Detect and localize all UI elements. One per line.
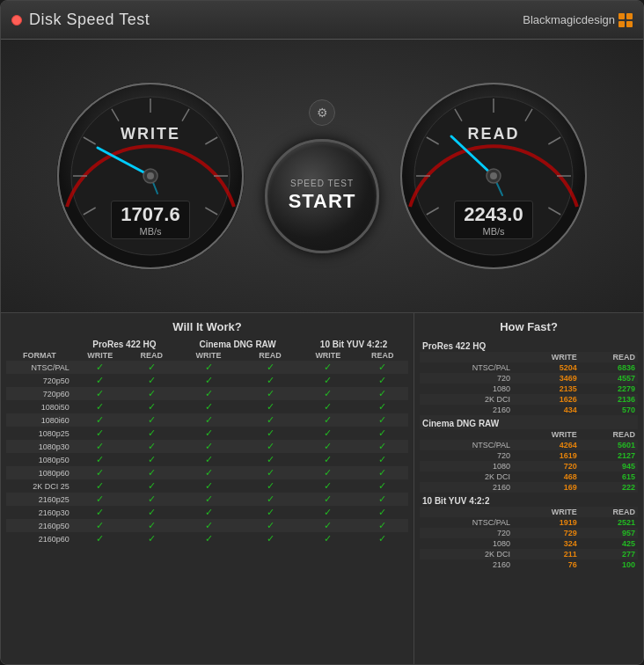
- speed-row-label: 2160: [420, 482, 515, 493]
- check: ✓: [176, 413, 241, 427]
- check: ✓: [128, 519, 176, 532]
- write-value: 1626: [515, 394, 580, 405]
- brand-dot-4: [626, 21, 633, 27]
- check: ✓: [128, 374, 176, 387]
- check: ✓: [241, 374, 299, 387]
- speed-row-label: 2K DCI: [420, 394, 515, 405]
- check: ✓: [241, 413, 299, 427]
- read-value: 945: [580, 461, 638, 471]
- check: ✓: [128, 440, 176, 453]
- table-row: 2160p50 ✓ ✓ ✓ ✓ ✓ ✓: [6, 519, 408, 532]
- read-value-box: 2243.0 MB/s: [454, 201, 533, 239]
- check: ✓: [357, 479, 408, 493]
- check: ✓: [128, 413, 176, 427]
- write-value: 169: [515, 482, 580, 493]
- write-value: 2135: [515, 384, 580, 394]
- check: ✓: [176, 466, 241, 479]
- speed-test-button[interactable]: SPEED TEST START: [265, 139, 379, 253]
- check: ✓: [128, 506, 176, 519]
- write-value: 76: [515, 559, 580, 570]
- group-header-yuv: 10 Bit YUV 4:2:2: [299, 339, 408, 350]
- check: ✓: [357, 427, 408, 440]
- format-label: 1080p30: [6, 440, 73, 453]
- check: ✓: [128, 427, 176, 440]
- table-row: 1080p30 ✓ ✓ ✓ ✓ ✓ ✓: [6, 440, 408, 453]
- format-label: NTSC/PAL: [6, 361, 73, 374]
- speed-column-headers: WRITE READ: [420, 507, 638, 517]
- read-value: 2279: [580, 384, 638, 394]
- check: ✓: [73, 519, 128, 532]
- close-button[interactable]: [11, 15, 22, 26]
- speed-group-title: ProRes 422 HQ: [420, 339, 638, 352]
- col-yuv-read: READ: [357, 350, 408, 361]
- list-item: 720 729 957: [420, 528, 638, 538]
- check: ✓: [299, 453, 356, 466]
- write-value: 720: [515, 461, 580, 471]
- check: ✓: [176, 453, 241, 466]
- col-prores-write: WRITE: [73, 350, 128, 361]
- read-value: 2243.0: [462, 203, 525, 226]
- read-header: READ: [580, 507, 638, 517]
- table-row: 2160p60 ✓ ✓ ✓ ✓ ✓ ✓: [6, 532, 408, 545]
- format-label: 2160p60: [6, 532, 73, 545]
- check: ✓: [357, 400, 408, 413]
- list-item: 2160 434 570: [420, 405, 638, 415]
- speed-section-name: 10 Bit YUV 4:2:2: [420, 493, 638, 507]
- read-unit: MB/s: [462, 226, 525, 237]
- check: ✓: [241, 466, 299, 479]
- list-item: 2160 76 100: [420, 559, 638, 570]
- format-label: 1080p60: [6, 466, 73, 479]
- check: ✓: [299, 479, 356, 493]
- speed-row-label: 2K DCI: [420, 549, 515, 559]
- check: ✓: [128, 493, 176, 506]
- check: ✓: [299, 519, 356, 532]
- speed-group-title: Cinema DNG RAW: [420, 415, 638, 429]
- settings-button[interactable]: ⚙: [309, 99, 335, 126]
- speed-column-headers: WRITE READ: [420, 429, 638, 440]
- check: ✓: [357, 506, 408, 519]
- speed-row-label: 720: [420, 450, 515, 461]
- check: ✓: [241, 387, 299, 400]
- check: ✓: [128, 400, 176, 413]
- check: ✓: [299, 506, 356, 519]
- write-value: 324: [515, 538, 580, 549]
- format-label: 2160p25: [6, 493, 73, 506]
- title-bar-left: Disk Speed Test: [11, 11, 150, 29]
- write-value: 211: [515, 549, 580, 559]
- col-cdng-read: READ: [241, 350, 299, 361]
- read-value: 222: [580, 482, 638, 493]
- check: ✓: [176, 387, 241, 400]
- check: ✓: [241, 453, 299, 466]
- read-value: 6836: [580, 362, 638, 373]
- write-value: 729: [515, 528, 580, 538]
- speed-row-label: NTSC/PAL: [420, 362, 515, 373]
- check: ✓: [73, 440, 128, 453]
- write-unit: MB/s: [119, 226, 182, 237]
- check: ✓: [299, 532, 356, 545]
- write-gauge: WRITE 1707.6 MB/s: [54, 79, 247, 273]
- list-item: 720 1619 2127: [420, 450, 638, 461]
- format-table: ProRes 422 HQ Cinema DNG RAW 10 Bit YUV …: [6, 339, 408, 545]
- check: ✓: [241, 519, 299, 532]
- speed-row-label: 2160: [420, 559, 515, 570]
- read-value: 5601: [580, 440, 638, 450]
- svg-point-32: [490, 172, 497, 179]
- check: ✓: [128, 387, 176, 400]
- check: ✓: [176, 361, 241, 374]
- check: ✓: [357, 387, 408, 400]
- table-row: 2160p25 ✓ ✓ ✓ ✓ ✓ ✓: [6, 493, 408, 506]
- check: ✓: [299, 361, 356, 374]
- write-value: 3469: [515, 373, 580, 384]
- speed-group-title: 10 Bit YUV 4:2:2: [420, 493, 638, 507]
- list-item: 1080 2135 2279: [420, 384, 638, 394]
- list-item: NTSC/PAL 5204 6836: [420, 362, 638, 373]
- write-header: WRITE: [515, 429, 580, 440]
- check: ✓: [176, 479, 241, 493]
- speed-row-label: 1080: [420, 538, 515, 549]
- read-value: 2127: [580, 450, 638, 461]
- col-yuv-write: WRITE: [299, 350, 356, 361]
- check: ✓: [176, 506, 241, 519]
- read-value: 4557: [580, 373, 638, 384]
- write-value: 1707.6: [119, 203, 182, 226]
- check: ✓: [73, 466, 128, 479]
